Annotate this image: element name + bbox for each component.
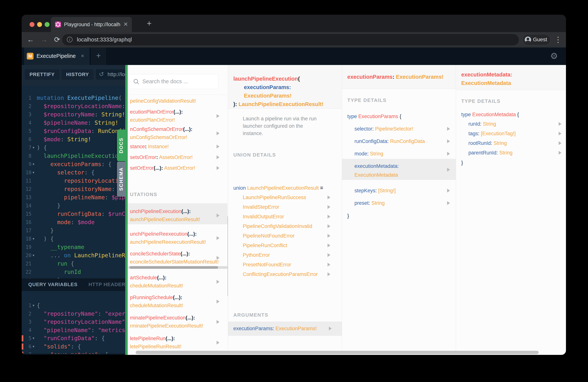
fold-caret-icon[interactable]: ▾ — [33, 144, 35, 152]
site-info-icon[interactable]: i — [67, 37, 72, 42]
chevron-right-icon[interactable] — [217, 166, 219, 170]
type-field-row[interactable]: runConfigData: RunConfigData — [355, 137, 425, 146]
chevron-right-icon[interactable] — [217, 155, 219, 159]
docs-item[interactable]: artSchedule(...): — [130, 274, 167, 282]
docs-search-box[interactable] — [129, 74, 218, 89]
chevron-right-icon[interactable] — [217, 320, 219, 324]
chevron-right-icon[interactable] — [328, 272, 330, 276]
chevron-right-icon[interactable] — [329, 327, 332, 330]
union-member[interactable]: PipelineRunConflict — [243, 241, 287, 250]
docs-item[interactable]: letePipelineRun(...): — [130, 335, 175, 343]
chevron-right-icon[interactable] — [217, 236, 219, 240]
playground-tab-close-icon[interactable]: × — [81, 47, 84, 65]
docs-item[interactable]: stance: Instance! — [130, 143, 169, 151]
docs-bottom-scrollbar[interactable] — [136, 351, 539, 354]
chevron-right-icon[interactable] — [217, 341, 219, 344]
profile-button[interactable]: Guest — [522, 34, 550, 45]
chevron-right-icon[interactable] — [328, 244, 330, 247]
type-field-row[interactable]: stepKeys: [String!] — [355, 187, 396, 195]
docs-item[interactable]: setsOrError: AssetsOrError! — [130, 153, 193, 161]
union-member[interactable]: InvalidStepError — [243, 203, 279, 211]
docs-item-fragment[interactable]: pelineConfigValidationResult! — [130, 97, 196, 105]
new-tab-button[interactable]: + — [143, 18, 155, 29]
docs-item[interactable]: minatePipelineExecution(...): — [130, 314, 195, 322]
chevron-right-icon[interactable] — [328, 263, 330, 267]
back-icon[interactable]: ← — [27, 32, 34, 47]
type-field-row[interactable]: selector: PipelineSelector! — [355, 125, 413, 133]
chevron-right-icon[interactable] — [328, 234, 330, 238]
docs-vertical-scrollbar[interactable] — [228, 216, 228, 297]
chevron-right-icon[interactable] — [217, 213, 219, 217]
type-field-row[interactable]: parentRunId: String — [468, 149, 512, 157]
chevron-right-icon[interactable] — [559, 141, 562, 145]
chevron-right-icon[interactable] — [328, 215, 330, 218]
traffic-minimize-button[interactable] — [37, 22, 42, 27]
docs-item[interactable]: unchPipelineExecution(...): — [130, 207, 191, 215]
fold-caret-icon[interactable]: ▾ — [33, 251, 35, 259]
history-button[interactable]: HISTORY — [62, 69, 94, 80]
chevron-right-icon[interactable] — [447, 201, 450, 205]
type-field-row-highlighted[interactable]: ExecutionMetadata — [355, 171, 398, 179]
docs-resize-handle[interactable] — [125, 65, 128, 355]
traffic-close-button[interactable] — [30, 22, 35, 27]
chevron-right-icon[interactable] — [328, 195, 330, 199]
search-input[interactable] — [142, 74, 215, 89]
chevron-right-icon[interactable] — [447, 127, 450, 131]
union-member[interactable]: ConflictingExecutionParamsError — [243, 270, 318, 278]
browser-menu-icon[interactable]: ⋮ — [554, 32, 562, 47]
union-member[interactable]: InvalidOutputError — [243, 213, 284, 221]
type-field-row-highlighted[interactable]: executionMetadata: — [355, 162, 399, 170]
chevron-right-icon[interactable] — [217, 300, 219, 303]
settings-gear-icon[interactable]: ⚙ — [550, 47, 558, 65]
address-bar[interactable]: i localhost:3333/graphql — [62, 34, 519, 45]
prettify-button[interactable]: PRETTIFY — [25, 69, 60, 80]
union-member[interactable]: PythonError — [243, 251, 270, 259]
chevron-right-icon[interactable] — [447, 152, 450, 156]
union-member[interactable]: PresetNotFoundError — [243, 261, 291, 269]
fold-caret-icon[interactable]: ▾ — [33, 342, 35, 351]
fold-caret-icon[interactable]: ▾ — [33, 169, 35, 177]
docs-item[interactable]: setOrError(...): AssetOrError! — [130, 164, 195, 172]
forward-icon[interactable]: → — [41, 32, 48, 47]
playground-tab-executepipeline[interactable]: M ExecutePipeline × — [24, 47, 89, 65]
fold-caret-icon[interactable]: ▾ — [33, 160, 35, 169]
docs-item[interactable]: ecutionPlanOrError(...): — [130, 108, 183, 116]
docs-item[interactable]: nConfigSchemaOrError(...): — [130, 125, 192, 133]
union-member[interactable]: LaunchPipelineRunSuccess — [243, 193, 306, 202]
union-member[interactable]: PipelineNotFoundError — [243, 232, 294, 240]
union-member[interactable]: PipelineConfigValidationInvalid — [243, 222, 312, 230]
chevron-right-icon[interactable] — [328, 205, 330, 209]
type-field-row[interactable]: runId: String — [468, 120, 496, 128]
chevron-right-icon[interactable] — [559, 151, 562, 155]
chevron-right-icon[interactable] — [217, 131, 219, 135]
chevron-right-icon[interactable] — [447, 168, 450, 171]
browser-tab[interactable]: Playground - http://localhost:3 ✕ — [51, 17, 132, 32]
docs-item[interactable]: unchPipelineReexecution(...): — [130, 230, 197, 238]
fold-caret-icon[interactable]: ▾ — [33, 351, 35, 354]
chevron-right-icon[interactable] — [447, 139, 450, 143]
tab-query-variables[interactable]: QUERY VARIABLES — [28, 278, 78, 291]
chevron-right-icon[interactable] — [328, 253, 330, 257]
chevron-right-icon[interactable] — [328, 224, 330, 228]
playground-new-tab-button[interactable]: + — [91, 47, 106, 65]
fold-caret-icon[interactable]: ▾ — [33, 235, 35, 243]
chevron-right-icon[interactable] — [559, 132, 562, 135]
chevron-right-icon[interactable] — [447, 189, 450, 192]
tab-close-icon[interactable]: ✕ — [123, 17, 128, 32]
chevron-right-icon[interactable] — [217, 280, 219, 284]
traffic-maximize-button[interactable] — [45, 22, 49, 27]
type-field-row[interactable]: rootRunId: String — [468, 139, 507, 147]
chevron-right-icon[interactable] — [217, 256, 219, 260]
fold-caret-icon[interactable]: ▾ — [33, 334, 35, 342]
endpoint-reload-icon[interactable]: ↺ — [99, 69, 104, 80]
fold-caret-icon[interactable]: ▾ — [33, 301, 35, 310]
type-field-row[interactable]: mode: String — [355, 150, 383, 158]
schema-side-tab[interactable]: SCHEMA — [117, 162, 125, 197]
tab-http-headers[interactable]: HTTP HEADERS — [88, 278, 129, 291]
reload-icon[interactable]: ⟳ — [54, 32, 60, 47]
docs-horizontal-scrollbar[interactable] — [128, 266, 228, 269]
type-field-row[interactable]: tags: [ExecutionTag!] — [468, 129, 516, 138]
docs-item[interactable]: concileSchedulerState(...): — [130, 250, 190, 258]
docs-side-tab[interactable]: DOCS — [117, 129, 125, 161]
docs-item[interactable]: pRunningSchedule(...): — [130, 294, 182, 301]
